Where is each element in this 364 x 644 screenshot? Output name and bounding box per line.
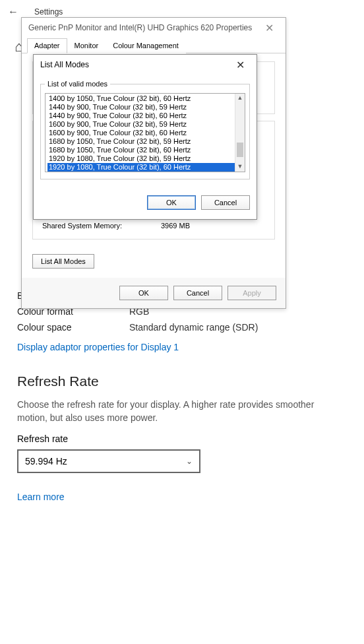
prop-apply-button: Apply xyxy=(228,286,276,300)
mode-item[interactable]: 1680 by 1050, True Colour (32 bit), 59 H… xyxy=(47,137,245,146)
mode-item[interactable]: 1920 by 1080, True Colour (32 bit), 60 H… xyxy=(47,163,245,172)
mode-item[interactable]: 1440 by 900, True Colour (32 bit), 59 He… xyxy=(47,103,245,112)
close-icon[interactable]: ✕ xyxy=(260,20,279,36)
tab-monitor[interactable]: Monitor xyxy=(67,38,106,53)
modes-dialog: List All Modes ✕ List of valid modes 140… xyxy=(33,54,257,220)
modes-listbox[interactable]: 1400 by 1050, True Colour (32 bit), 60 H… xyxy=(45,93,245,172)
mode-item[interactable]: 1920 by 1080, True Colour (32 bit), 59 H… xyxy=(47,154,245,163)
display-adaptor-link[interactable]: Display adaptor properties for Display 1 xyxy=(17,342,179,352)
list-all-modes-button[interactable]: List All Modes xyxy=(32,254,94,269)
memory-label: Shared System Memory: xyxy=(42,222,161,230)
valid-modes-label: List of valid modes xyxy=(45,80,110,88)
scroll-down-icon[interactable]: ▼ xyxy=(235,162,245,172)
mode-item[interactable]: 1600 by 900, True Colour (32 bit), 60 He… xyxy=(47,129,245,137)
chevron-down-icon: ⌄ xyxy=(186,457,193,466)
mode-item[interactable]: 1400 by 1050, True Colour (32 bit), 60 H… xyxy=(47,94,245,103)
prop-ok-button[interactable]: OK xyxy=(119,286,168,300)
tab-adapter[interactable]: Adapter xyxy=(27,38,67,53)
learn-more-link[interactable]: Learn more xyxy=(17,492,65,502)
back-arrow-icon[interactable]: ← xyxy=(8,6,18,18)
close-icon[interactable]: ✕ xyxy=(231,57,250,73)
scrollbar[interactable]: ▲ ▼ xyxy=(235,94,245,172)
modes-cancel-button[interactable]: Cancel xyxy=(201,195,250,210)
display-info-row: Colour spaceStandard dynamic range (SDR) xyxy=(17,322,347,333)
display-info-label: Colour space xyxy=(17,322,129,333)
mode-item[interactable]: 1440 by 900, True Colour (32 bit), 60 He… xyxy=(47,112,245,120)
properties-title: Generic PnP Monitor and Intel(R) UHD Gra… xyxy=(28,23,252,32)
refresh-rate-value: 59.994 Hz xyxy=(25,456,67,467)
scroll-up-icon[interactable]: ▲ xyxy=(235,94,245,103)
modes-ok-button[interactable]: OK xyxy=(147,195,196,210)
mode-item[interactable]: 1680 by 1050, True Colour (32 bit), 60 H… xyxy=(47,146,245,154)
memory-value: 3969 MB xyxy=(161,222,190,230)
mode-item[interactable]: 1600 by 900, True Colour (32 bit), 59 He… xyxy=(47,120,245,129)
refresh-rate-desc: Choose the refresh rate for your display… xyxy=(17,399,347,424)
tab-colour-management[interactable]: Colour Management xyxy=(106,38,186,53)
refresh-rate-select[interactable]: 59.994 Hz ⌄ xyxy=(17,449,200,473)
prop-cancel-button[interactable]: Cancel xyxy=(173,286,222,300)
refresh-rate-title: Refresh Rate xyxy=(17,373,347,389)
scroll-thumb[interactable] xyxy=(237,143,243,157)
refresh-rate-label: Refresh rate xyxy=(17,434,347,444)
modes-title: List All Modes xyxy=(40,60,89,69)
display-info-value: Standard dynamic range (SDR) xyxy=(129,322,258,333)
memory-row: Shared System Memory:3969 MB xyxy=(42,220,265,231)
valid-modes-group: List of valid modes 1400 by 1050, True C… xyxy=(40,80,250,179)
settings-title: Settings xyxy=(34,7,63,16)
